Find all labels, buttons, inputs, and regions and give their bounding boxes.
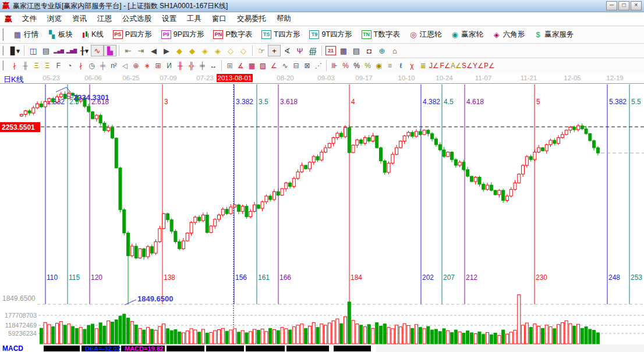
menu-item[interactable]: 浏览: [42, 13, 67, 25]
toolbar-grip[interactable]: [2, 46, 6, 56]
cycle-clock-tool-icon[interactable]: ◷: [86, 60, 97, 71]
win-angle-tool-icon[interactable]: Y∠: [473, 60, 484, 71]
j-angle-tool-icon[interactable]: J∠: [429, 60, 440, 71]
save-icon[interactable]: ◘: [363, 45, 376, 56]
win-fence-tool-icon[interactable]: ╬: [186, 60, 197, 71]
wave-mark-tool-icon[interactable]: И: [164, 60, 175, 71]
kline-button[interactable]: K线: [77, 28, 108, 41]
notes-icon[interactable]: ▤: [350, 45, 363, 56]
grid-web-tool-icon[interactable]: ⊞: [153, 60, 164, 71]
gold-fence-1-icon[interactable]: Ξ: [31, 60, 42, 71]
zoom-out-x-icon[interactable]: ◆: [173, 45, 186, 56]
menu-item[interactable]: 资讯: [67, 13, 92, 25]
box-grid-tool-icon[interactable]: ⊞: [224, 60, 235, 71]
fence-tool-icon[interactable]: ╫: [20, 60, 31, 71]
hexagon-button[interactable]: ◈六角形: [488, 28, 530, 41]
expand-horizontal-icon[interactable]: ◈: [199, 45, 211, 56]
chart-window-icon[interactable]: ◫: [27, 45, 40, 56]
winner-service-button[interactable]: $赢家服务: [529, 28, 578, 41]
hand-tool-icon[interactable]: ☞: [255, 45, 268, 56]
span-tool-icon[interactable]: ↔: [208, 60, 219, 71]
percent-line-tool-icon[interactable]: %: [340, 60, 351, 71]
f-fence-tool-icon[interactable]: F: [53, 60, 64, 71]
bars-9-icon[interactable]: ▂▅▇: [65, 45, 78, 56]
gold-angle-tool-icon[interactable]: A∠: [451, 60, 462, 71]
period-dropdown-icon[interactable]: ▊▾: [9, 45, 22, 56]
crosshair-tool-icon[interactable]: +: [268, 45, 281, 56]
fan-tool-2-icon[interactable]: ∠: [268, 60, 279, 71]
nav-next-icon[interactable]: ▶: [160, 45, 173, 56]
menu-item[interactable]: 窗口: [207, 13, 232, 25]
gold-circle-tool-icon[interactable]: ◉: [373, 60, 384, 71]
gold-lines-2-icon[interactable]: ≣: [417, 60, 429, 71]
grid-tool-icon[interactable]: ⊟: [291, 60, 302, 71]
winner-wheel-button[interactable]: ◉赢家轮: [446, 28, 488, 41]
info-list-icon[interactable]: ▤: [40, 45, 52, 56]
menu-item[interactable]: 文件: [17, 13, 42, 25]
four-angle-tool-icon[interactable]: P∠: [484, 60, 495, 71]
compress-horizontal-icon[interactable]: ◈: [211, 45, 224, 56]
diag-lines-tool-icon[interactable]: ⋰: [313, 60, 324, 71]
minimize-button[interactable]: ─: [606, 1, 617, 10]
calendar-21-icon[interactable]: 21: [324, 45, 337, 56]
dense-fence-tool-icon[interactable]: ╪: [97, 60, 108, 71]
web-tool-icon[interactable]: ∗: [141, 60, 153, 71]
gann-tool-purple-icon[interactable]: Ψ: [293, 45, 306, 56]
brush-tool-icon[interactable]: ℓ: [395, 60, 406, 71]
expand-vertical-icon[interactable]: ◇: [224, 45, 237, 56]
gann-wheel-button[interactable]: ◎江恩轮: [405, 28, 447, 41]
sectors-button[interactable]: ▚板块: [43, 28, 77, 41]
toolbar-grip[interactable]: [2, 29, 6, 40]
gold-lines-tool-icon[interactable]: ≡: [384, 60, 395, 71]
menu-item[interactable]: 交易委托: [232, 13, 271, 25]
pen-tool-icon[interactable]: ∤: [9, 60, 20, 71]
ruler-123-tool-icon[interactable]: ╪: [197, 60, 208, 71]
grid-box-tool-icon[interactable]: ▦: [246, 60, 257, 71]
nav-first-icon[interactable]: ⇤: [122, 45, 135, 56]
histogram-style-icon[interactable]: ▙: [104, 45, 116, 56]
panel-label[interactable]: 日K线: [3, 75, 24, 84]
shen-angle-tool-icon[interactable]: S∠: [462, 60, 473, 71]
computer-icon[interactable]: ⌂: [388, 45, 401, 56]
menu-item[interactable]: 工具: [182, 13, 207, 25]
bars-3-icon[interactable]: ▂▄▆: [52, 45, 65, 56]
t-square-button[interactable]: TST四方形: [257, 28, 305, 41]
kline-chart[interactable]: 日K线05-2306-0606-2507-0907-232013-08-0108…: [0, 73, 644, 352]
menu-item[interactable]: 帮助: [271, 13, 296, 25]
kline-overlay-icon[interactable]: ∿: [91, 45, 104, 56]
marker-tool-icon[interactable]: ∤: [75, 60, 86, 71]
gold-fence-2-icon[interactable]: Ξ: [42, 60, 53, 71]
macd-label[interactable]: MACD: [2, 344, 23, 352]
shade-box-tool-icon[interactable]: ▨: [257, 60, 268, 71]
expand-all-icon[interactable]: ◇: [237, 45, 250, 56]
n-square-tool-icon[interactable]: n²: [108, 60, 119, 71]
nav-prev-icon[interactable]: ◀: [147, 45, 160, 56]
calculator-icon[interactable]: ▦: [337, 45, 350, 56]
percent-tool-icon[interactable]: %: [351, 60, 362, 71]
candle-style-dropdown-icon[interactable]: ╂▾: [78, 45, 91, 56]
target-tool-icon[interactable]: ⊕: [130, 60, 141, 71]
fan-tool-icon[interactable]: ∡: [235, 60, 246, 71]
wave-tool-icon[interactable]: ∿: [279, 60, 291, 71]
9t-square-button[interactable]: T99T四方形: [305, 28, 356, 41]
flag-tool-icon[interactable]: ◁: [119, 60, 130, 71]
t-number-table-button[interactable]: TNT数字表: [357, 28, 405, 41]
p-square-button[interactable]: PSP四方形: [108, 28, 157, 41]
title-bar[interactable]: 赢 赢家江恩专业版[赢家内部服务平台] - [上证指数 SH1A0001-167…: [0, 0, 644, 12]
f-angle-tool-icon[interactable]: F∠: [440, 60, 451, 71]
close-button[interactable]: ×: [631, 1, 642, 10]
spiral-tool-icon[interactable]: ◔: [64, 60, 75, 71]
menu-item[interactable]: 江恩: [92, 13, 117, 25]
p-number-table-button[interactable]: PNP数字表: [208, 28, 257, 41]
grid-tool-2-icon[interactable]: ⊠: [302, 60, 313, 71]
nav-last-icon[interactable]: ⇥: [135, 45, 147, 56]
percent-gold-tool-icon[interactable]: %: [362, 60, 373, 71]
toolbar-grip[interactable]: [2, 61, 6, 71]
figure-tool-icon[interactable]: χ: [406, 60, 417, 71]
zoom-in-x-icon[interactable]: ◆: [186, 45, 199, 56]
web-browser-icon[interactable]: ⊕: [376, 45, 388, 56]
maximize-button[interactable]: □: [618, 1, 629, 10]
quotes-button[interactable]: ▦行情: [9, 28, 43, 41]
menu-item[interactable]: 公式选股: [117, 13, 157, 25]
angle-measure-tool-icon[interactable]: ∢: [281, 45, 293, 56]
